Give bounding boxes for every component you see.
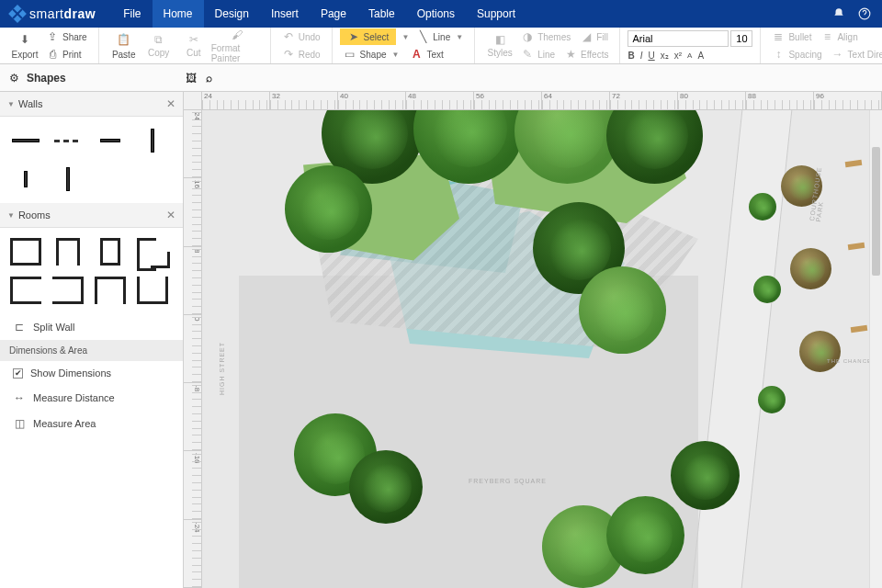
text-direction-button[interactable]: →Text Direction <box>828 46 882 62</box>
measure-area-item[interactable]: ◫ Measure Area <box>0 411 183 436</box>
menu-home[interactable]: Home <box>153 0 204 28</box>
styles-label: Styles <box>488 48 513 58</box>
wall-segment-2[interactable] <box>50 124 86 157</box>
shape-tool-button[interactable]: ▭Shape▼ <box>340 46 403 62</box>
ribbon-group-styles: ◧Styles ◑Themes ◢Fill ✎Line ★Effects <box>475 28 620 63</box>
increase-font-button[interactable]: A <box>687 51 692 60</box>
align-button[interactable]: ≡Align <box>817 28 861 45</box>
wall-segment-3[interactable] <box>92 124 129 157</box>
gear-icon[interactable]: ⚙ <box>9 72 19 85</box>
shapes-title: Shapes <box>27 72 66 85</box>
vertical-scrollbar[interactable] <box>869 110 882 588</box>
menu-file[interactable]: File <box>112 0 152 28</box>
rooms-panel-header[interactable]: ▼ Rooms ✕ <box>0 203 183 228</box>
font-size-input[interactable] <box>730 30 752 47</box>
bold-button[interactable]: B <box>628 51 634 61</box>
line-style-button[interactable]: ✎Line <box>517 46 559 62</box>
ribbon-group-paragraph: ≣Bullet ≡Align ↕Spacing →Text Direction <box>761 28 882 63</box>
measure-area-label: Measure Area <box>33 418 96 429</box>
measure-distance-item[interactable]: ↔ Measure Distance <box>0 385 183 411</box>
themes-button[interactable]: ◑Themes <box>517 28 574 45</box>
wall-segment-1[interactable] <box>7 124 44 157</box>
print-button[interactable]: ⎙Print <box>42 46 91 62</box>
room-narrow[interactable] <box>92 235 129 268</box>
bullet-button[interactable]: ≣Bullet <box>768 28 815 45</box>
wall-vertical-1[interactable] <box>134 124 171 157</box>
checkbox-icon: ✔ <box>13 368 23 379</box>
text-label: Text <box>426 50 443 60</box>
area-icon: ◫ <box>13 417 26 430</box>
room-l-shape[interactable] <box>134 235 171 268</box>
notifications-icon[interactable] <box>832 7 845 20</box>
text-direction-label: Text Direction <box>848 50 882 60</box>
cut-button[interactable]: ✂Cut <box>176 33 211 58</box>
horizontal-ruler[interactable]: 24324048566472808896 <box>202 92 882 110</box>
canvas-viewport: 24324048566472808896 241680-8-16-24 <box>184 92 882 588</box>
align-icon: ≡ <box>820 30 833 43</box>
redo-button[interactable]: ↷Redo <box>278 46 324 62</box>
shape-label: Shape <box>360 50 387 60</box>
select-tool-button[interactable]: ➤Select <box>340 28 397 45</box>
copy-button[interactable]: ⧉Copy <box>141 33 176 58</box>
room-open[interactable] <box>50 235 86 268</box>
styles-button[interactable]: ◧Styles <box>482 33 517 58</box>
image-icon[interactable]: 🖼 <box>186 72 197 85</box>
italic-button[interactable]: I <box>640 51 643 61</box>
search-icon[interactable]: ⌕ <box>206 72 212 85</box>
logo-icon <box>8 5 27 23</box>
cut-icon: ✂ <box>187 33 200 46</box>
superscript-button[interactable]: x² <box>674 51 682 61</box>
menu-options[interactable]: Options <box>406 0 466 28</box>
themes-icon: ◑ <box>521 30 534 43</box>
menu-insert[interactable]: Insert <box>260 0 310 28</box>
line-icon: ╲ <box>416 30 429 43</box>
ruler-icon: ↔ <box>13 391 26 404</box>
font-name-input[interactable] <box>628 30 729 47</box>
select-dropdown[interactable]: ▼ <box>401 33 409 41</box>
effects-button[interactable]: ★Effects <box>560 46 612 62</box>
wall-vertical-3[interactable] <box>50 163 86 196</box>
export-button[interactable]: ⬇ Export <box>7 31 42 60</box>
room-u-shape-1[interactable] <box>7 274 44 307</box>
subscript-button[interactable]: x₂ <box>661 51 669 61</box>
room-square[interactable] <box>7 235 44 268</box>
menu-design[interactable]: Design <box>204 0 260 28</box>
copy-icon: ⧉ <box>153 33 165 46</box>
line-tool-button[interactable]: ╲Line▼ <box>413 28 467 45</box>
drawing-canvas[interactable]: HIGH STREET FREYBERG SQUARE COURTHOUSE P… <box>202 110 882 588</box>
room-bracket[interactable] <box>134 274 171 307</box>
fill-label: Fill <box>596 32 608 42</box>
rooms-title: Rooms <box>18 209 51 220</box>
vertical-ruler[interactable]: 241680-8-16-24 <box>184 110 202 588</box>
bullet-label: Bullet <box>788 32 811 42</box>
menu-support[interactable]: Support <box>466 0 526 28</box>
spacing-label: Spacing <box>788 50 821 60</box>
fill-icon: ◢ <box>580 30 593 43</box>
menu-page[interactable]: Page <box>310 0 357 28</box>
share-button[interactable]: ⇪Share <box>42 28 91 45</box>
menu-table[interactable]: Table <box>357 0 406 28</box>
spacing-button[interactable]: ↕Spacing <box>768 46 825 62</box>
scrollbar-thumb[interactable] <box>872 147 880 276</box>
format-painter-button[interactable]: 🖌Format Painter <box>211 28 263 63</box>
room-c-shape[interactable] <box>92 274 129 307</box>
wall-vertical-2[interactable] <box>7 163 44 196</box>
left-panel: ▼ Walls ✕ ▼ Rooms ✕ ⊏ <box>0 92 184 588</box>
close-icon[interactable]: ✕ <box>166 209 175 221</box>
split-wall-label: Split Wall <box>33 322 74 333</box>
help-icon[interactable] <box>858 7 871 20</box>
close-icon[interactable]: ✕ <box>166 97 175 110</box>
fill-button[interactable]: ◢Fill <box>576 28 612 45</box>
show-dimensions-item[interactable]: ✔ Show Dimensions <box>0 361 183 385</box>
paste-button[interactable]: 📋 Paste <box>107 31 141 60</box>
underline-button[interactable]: U <box>648 51 654 61</box>
split-wall-item[interactable]: ⊏ Split Wall <box>0 314 183 340</box>
walls-panel-header[interactable]: ▼ Walls ✕ <box>0 92 183 117</box>
text-tool-button[interactable]: AText <box>406 46 447 62</box>
ribbon-group-clipboard: 📋 Paste ⧉Copy ✂Cut 🖌Format Painter <box>99 28 271 63</box>
room-u-shape-2[interactable] <box>50 274 86 307</box>
spacing-icon: ↕ <box>772 48 785 61</box>
decrease-font-button[interactable]: A <box>697 51 704 61</box>
cursor-icon: ➤ <box>347 30 360 43</box>
undo-button[interactable]: ↶Undo <box>278 28 324 45</box>
